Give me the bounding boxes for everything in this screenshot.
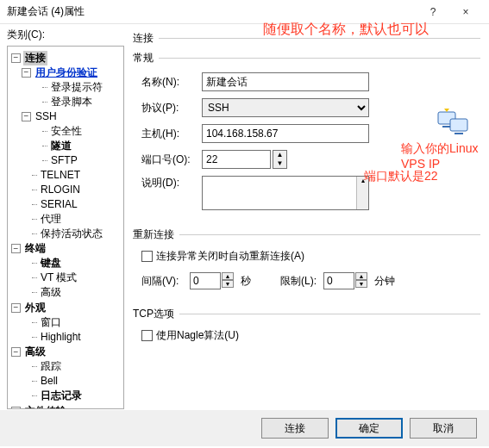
tree-sftp[interactable]: SFTP bbox=[49, 153, 79, 168]
tree-bell[interactable]: Bell bbox=[39, 374, 60, 389]
cancel-button[interactable]: 取消 bbox=[410, 418, 477, 439]
tree-keepalive[interactable]: 保持活动状态 bbox=[39, 227, 104, 241]
host-label: 主机(H): bbox=[141, 127, 202, 141]
tree-proxy[interactable]: 代理 bbox=[39, 212, 63, 227]
port-input[interactable] bbox=[202, 150, 271, 169]
interval-input[interactable] bbox=[190, 272, 221, 289]
ok-button[interactable]: 确定 bbox=[335, 418, 403, 439]
tree-security[interactable]: 安全性 bbox=[49, 124, 84, 139]
tree-ssh[interactable]: SSH bbox=[34, 109, 59, 124]
collapse-icon[interactable]: − bbox=[22, 112, 31, 121]
limit-input[interactable] bbox=[323, 272, 354, 289]
tree-vt[interactable]: VT 模式 bbox=[39, 271, 78, 285]
tree-advanced[interactable]: 高级 bbox=[23, 345, 47, 359]
desc-label: 说明(D): bbox=[141, 176, 202, 190]
auto-reconnect-checkbox[interactable]: 连接异常关闭时自动重新连接(A) bbox=[141, 249, 480, 264]
tree-appearance[interactable]: 外观 bbox=[23, 301, 47, 315]
nagle-checkbox[interactable]: 使用Nagle算法(U) bbox=[141, 328, 480, 343]
minutes-label: 分钟 bbox=[374, 274, 395, 289]
name-input[interactable] bbox=[202, 72, 369, 91]
close-button[interactable]: × bbox=[449, 0, 482, 24]
collapse-icon[interactable]: − bbox=[11, 407, 21, 410]
limit-label: 限制(L): bbox=[280, 274, 317, 289]
tree-login-script[interactable]: 登录脚本 bbox=[49, 95, 94, 109]
protocol-select[interactable]: SSH bbox=[202, 98, 369, 117]
tree-terminal[interactable]: 终端 bbox=[23, 241, 47, 256]
svg-rect-2 bbox=[450, 119, 467, 131]
interval-stepper[interactable]: ▲▼ bbox=[190, 272, 234, 289]
port-stepper[interactable]: ▲▼ bbox=[202, 150, 287, 169]
collapse-icon[interactable]: − bbox=[11, 244, 21, 253]
limit-stepper[interactable]: ▲▼ bbox=[323, 272, 367, 289]
svg-rect-3 bbox=[455, 133, 463, 134]
chevron-up-icon[interactable]: ▲ bbox=[355, 272, 367, 280]
collapse-icon[interactable]: − bbox=[11, 53, 21, 63]
tree-log[interactable]: 日志记录 bbox=[39, 389, 84, 403]
tree-user-auth[interactable]: 用户身份验证 bbox=[34, 65, 99, 80]
chevron-down-icon[interactable]: ▼ bbox=[355, 280, 367, 288]
host-input[interactable] bbox=[202, 124, 369, 143]
collapse-icon[interactable]: − bbox=[11, 303, 21, 313]
collapse-icon[interactable]: − bbox=[11, 347, 21, 357]
annotation-port-hint: 端口默认是22 bbox=[364, 169, 438, 184]
nagle-label: 使用Nagle算法(U) bbox=[156, 328, 239, 343]
window-title: 新建会话 (4)属性 bbox=[7, 4, 417, 19]
tree-filetransfer[interactable]: 文件传输 bbox=[23, 404, 68, 410]
group-tcp: TCP选项 bbox=[133, 307, 480, 321]
chevron-down-icon[interactable]: ▼ bbox=[273, 159, 286, 168]
dialog-buttons: 连接 确定 取消 bbox=[0, 410, 489, 446]
tree-rlogin[interactable]: RLOGIN bbox=[39, 183, 82, 197]
tree-login-prompt[interactable]: 登录提示符 bbox=[49, 80, 104, 95]
name-label: 名称(N): bbox=[141, 75, 202, 90]
chevron-up-icon[interactable]: ▲ bbox=[273, 151, 286, 159]
annotation-name-hint: 随便取个名称，默认也可以 bbox=[263, 21, 429, 38]
tree-adv1[interactable]: 高级 bbox=[39, 285, 63, 300]
tree-highlight[interactable]: Highlight bbox=[39, 330, 83, 345]
annotation-host-hint: 输入你的Linux VPS IP bbox=[401, 141, 489, 171]
group-general: 常规 bbox=[133, 51, 480, 65]
interval-label: 间隔(V): bbox=[141, 274, 183, 289]
desc-textarea[interactable]: ▴ bbox=[202, 176, 369, 210]
category-tree[interactable]: −连接 −用户身份验证 登录提示符 登录脚本 −SSH 安全性 隧道 bbox=[7, 46, 124, 409]
auto-reconnect-label: 连接异常关闭时自动重新连接(A) bbox=[156, 249, 304, 264]
category-label: 类别(C): bbox=[7, 28, 124, 42]
protocol-label: 协议(P): bbox=[141, 101, 202, 115]
collapse-icon[interactable]: − bbox=[22, 68, 31, 78]
connect-button[interactable]: 连接 bbox=[261, 418, 329, 439]
tree-trace[interactable]: 跟踪 bbox=[39, 359, 63, 374]
tree-telnet[interactable]: TELNET bbox=[39, 168, 82, 183]
group-reconnect: 重新连接 bbox=[133, 227, 480, 242]
port-label: 端口号(O): bbox=[141, 152, 202, 167]
tree-connection[interactable]: 连接 bbox=[23, 51, 47, 65]
seconds-label: 秒 bbox=[241, 274, 251, 289]
tree-tunnel[interactable]: 隧道 bbox=[49, 139, 73, 153]
chevron-up-icon[interactable]: ▲ bbox=[222, 272, 234, 280]
connection-icon bbox=[437, 107, 470, 136]
tree-keyboard[interactable]: 键盘 bbox=[39, 256, 63, 271]
tree-window[interactable]: 窗口 bbox=[39, 315, 63, 330]
chevron-down-icon[interactable]: ▼ bbox=[222, 280, 234, 288]
tree-serial[interactable]: SERIAL bbox=[39, 197, 79, 212]
